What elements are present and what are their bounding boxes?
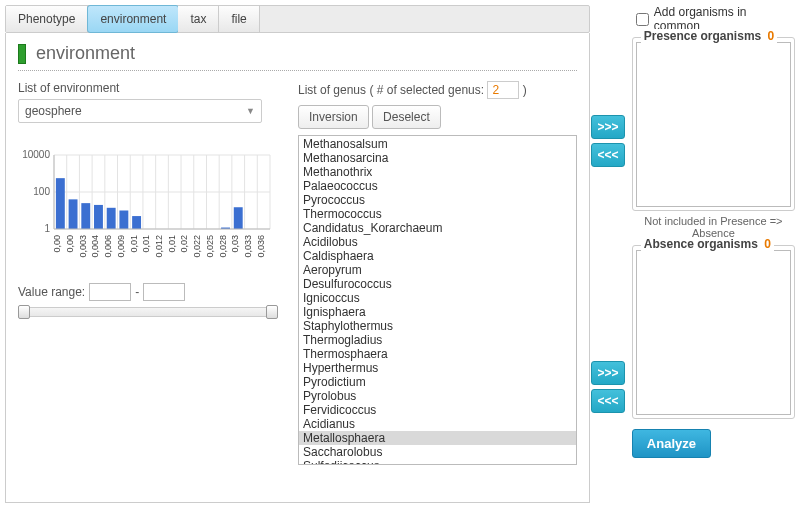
- svg-text:0,022: 0,022: [192, 235, 202, 258]
- absence-add-button[interactable]: >>>: [591, 361, 625, 385]
- genus-item[interactable]: Pyrococcus: [299, 193, 576, 207]
- env-list-label: List of environment: [18, 81, 286, 95]
- tab-environment[interactable]: environment: [87, 5, 179, 33]
- section-marker-icon: [18, 44, 26, 64]
- distribution-chart: 1100100000,000,000,0030,0040,0060,0090,0…: [18, 149, 274, 269]
- svg-text:0,004: 0,004: [90, 235, 100, 258]
- presence-legend-label: Presence organisms: [644, 29, 761, 43]
- genus-item[interactable]: Metallosphaera: [299, 431, 576, 445]
- value-range-label: Value range:: [18, 285, 85, 299]
- absence-count: 0: [764, 237, 771, 251]
- tab-phenotype[interactable]: Phenotype: [6, 6, 88, 32]
- svg-rect-25: [69, 199, 78, 229]
- svg-text:0,02: 0,02: [179, 235, 189, 253]
- svg-rect-26: [81, 203, 90, 229]
- presence-listbox[interactable]: [636, 42, 791, 207]
- svg-text:0,006: 0,006: [103, 235, 113, 258]
- svg-text:0,01: 0,01: [129, 235, 139, 253]
- genus-item[interactable]: Aeropyrum: [299, 263, 576, 277]
- svg-text:0,01: 0,01: [167, 235, 177, 253]
- svg-text:0,033: 0,033: [243, 235, 253, 258]
- svg-text:0,003: 0,003: [78, 235, 88, 258]
- genus-item[interactable]: Staphylothermus: [299, 319, 576, 333]
- environment-select[interactable]: geosphere ▼: [18, 99, 262, 123]
- svg-text:1: 1: [44, 223, 50, 234]
- absence-fieldset: Absence organisms 0: [632, 245, 795, 419]
- svg-rect-27: [94, 205, 103, 229]
- presence-add-button[interactable]: >>>: [591, 115, 625, 139]
- genus-item[interactable]: Methanosarcina: [299, 151, 576, 165]
- genus-item[interactable]: Pyrodictium: [299, 375, 576, 389]
- tab-strip: Phenotype environment tax file: [5, 5, 590, 33]
- svg-rect-29: [119, 211, 128, 230]
- svg-text:0,00: 0,00: [52, 235, 62, 253]
- genus-item[interactable]: Candidatus_Korarchaeum: [299, 221, 576, 235]
- svg-text:0,03: 0,03: [230, 235, 240, 253]
- genus-item[interactable]: Thermosphaera: [299, 347, 576, 361]
- svg-rect-38: [234, 207, 243, 229]
- genus-item[interactable]: Pyrolobus: [299, 389, 576, 403]
- svg-text:0,025: 0,025: [205, 235, 215, 258]
- analyze-button[interactable]: Analyze: [632, 429, 711, 458]
- genus-item[interactable]: Acidianus: [299, 417, 576, 431]
- value-range-from-input[interactable]: [89, 283, 131, 301]
- section-title: environment: [36, 43, 135, 64]
- genus-item[interactable]: Caldisphaera: [299, 249, 576, 263]
- genus-list-label: List of genus ( # of selected genus: 2 ): [298, 81, 577, 99]
- svg-text:0,00: 0,00: [65, 235, 75, 253]
- genus-item[interactable]: Methanothrix: [299, 165, 576, 179]
- value-range-to-input[interactable]: [143, 283, 185, 301]
- genus-item[interactable]: Palaeococcus: [299, 179, 576, 193]
- svg-text:100: 100: [33, 186, 50, 197]
- genus-item[interactable]: Ignisphaera: [299, 305, 576, 319]
- deselect-button[interactable]: Deselect: [372, 105, 441, 129]
- value-range-slider[interactable]: [18, 307, 278, 317]
- genus-listbox[interactable]: MethanosalsumMethanosarcinaMethanothrixP…: [298, 135, 577, 465]
- genus-item[interactable]: Methanosalsum: [299, 137, 576, 151]
- genus-item[interactable]: Saccharolobus: [299, 445, 576, 459]
- presence-count: 0: [768, 29, 775, 43]
- genus-item[interactable]: Desulfurococcus: [299, 277, 576, 291]
- slider-handle-min[interactable]: [18, 305, 30, 319]
- svg-rect-30: [132, 216, 141, 229]
- value-range-separator: -: [135, 285, 139, 299]
- add-common-checkbox[interactable]: [636, 13, 649, 26]
- svg-text:0,009: 0,009: [116, 235, 126, 258]
- genus-selected-count: 2: [487, 81, 519, 99]
- svg-text:0,01: 0,01: [141, 235, 151, 253]
- absence-listbox[interactable]: [636, 250, 791, 415]
- absence-remove-button[interactable]: <<<: [591, 389, 625, 413]
- presence-fieldset: Presence organisms 0: [632, 37, 795, 211]
- inversion-button[interactable]: Inversion: [298, 105, 369, 129]
- genus-item[interactable]: Acidilobus: [299, 235, 576, 249]
- svg-text:0,036: 0,036: [256, 235, 266, 258]
- genus-item[interactable]: Sulfodiicoccus: [299, 459, 576, 465]
- environment-select-value: geosphere: [25, 104, 82, 118]
- presence-remove-button[interactable]: <<<: [591, 143, 625, 167]
- genus-item[interactable]: Thermogladius: [299, 333, 576, 347]
- genus-item[interactable]: Fervidicoccus: [299, 403, 576, 417]
- environment-panel: environment List of environment geospher…: [5, 33, 590, 503]
- svg-rect-24: [56, 178, 65, 229]
- chevron-down-icon: ▼: [246, 106, 255, 116]
- genus-item[interactable]: Ignicoccus: [299, 291, 576, 305]
- svg-text:0,028: 0,028: [218, 235, 228, 258]
- absence-legend-label: Absence organisms: [644, 237, 758, 251]
- slider-handle-max[interactable]: [266, 305, 278, 319]
- genus-item[interactable]: Thermococcus: [299, 207, 576, 221]
- presence-absence-note: Not included in Presence => Absence: [632, 215, 795, 239]
- tab-file[interactable]: file: [219, 6, 259, 32]
- tab-tax[interactable]: tax: [178, 6, 219, 32]
- genus-item[interactable]: Hyperthermus: [299, 361, 576, 375]
- svg-text:10000: 10000: [22, 149, 50, 160]
- svg-text:0,012: 0,012: [154, 235, 164, 258]
- svg-rect-28: [107, 208, 116, 229]
